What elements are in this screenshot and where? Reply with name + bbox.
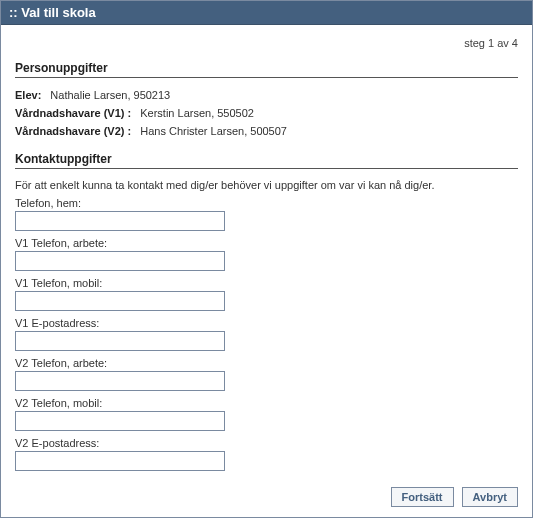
cancel-button[interactable]: Avbryt: [462, 487, 518, 507]
field-group-v1-tel-arbete: V1 Telefon, arbete:: [15, 237, 518, 271]
dialog-window: :: Val till skola steg 1 av 4 Personuppg…: [0, 0, 533, 518]
step-indicator: steg 1 av 4: [15, 33, 518, 55]
row-guardian-v2: Vårdnadshavare (V2) : Hans Christer Lars…: [15, 122, 518, 140]
continue-button[interactable]: Fortsätt: [391, 487, 454, 507]
input-v1-tel-mobil[interactable]: [15, 291, 225, 311]
label-v1-tel-arbete: V1 Telefon, arbete:: [15, 237, 518, 251]
value-elev: Nathalie Larsen, 950213: [50, 89, 170, 101]
label-v2-epost: V2 E-postadress:: [15, 437, 518, 451]
field-group-v2-tel-arbete: V2 Telefon, arbete:: [15, 357, 518, 391]
label-v1-tel-mobil: V1 Telefon, mobil:: [15, 277, 518, 291]
label-v1-epost: V1 E-postadress:: [15, 317, 518, 331]
input-tel-hem[interactable]: [15, 211, 225, 231]
field-group-v1-epost: V1 E-postadress:: [15, 317, 518, 351]
window-titlebar: :: Val till skola: [1, 1, 532, 25]
section-contact-title: Kontaktuppgifter: [15, 146, 518, 169]
input-v2-epost[interactable]: [15, 451, 225, 471]
input-v1-epost[interactable]: [15, 331, 225, 351]
content-area: steg 1 av 4 Personuppgifter Elev: Nathal…: [1, 25, 532, 517]
row-guardian-v1: Vårdnadshavare (V1) : Kerstin Larsen, 55…: [15, 104, 518, 122]
label-elev: Elev:: [15, 89, 41, 101]
input-v2-tel-arbete[interactable]: [15, 371, 225, 391]
row-elev: Elev: Nathalie Larsen, 950213: [15, 86, 518, 104]
input-v1-tel-arbete[interactable]: [15, 251, 225, 271]
window-title: :: Val till skola: [9, 5, 96, 20]
label-v2-tel-arbete: V2 Telefon, arbete:: [15, 357, 518, 371]
field-group-v2-epost: V2 E-postadress:: [15, 437, 518, 471]
label-v2-tel-mobil: V2 Telefon, mobil:: [15, 397, 518, 411]
field-group-v1-tel-mobil: V1 Telefon, mobil:: [15, 277, 518, 311]
input-v2-tel-mobil[interactable]: [15, 411, 225, 431]
button-row: Fortsätt Avbryt: [15, 477, 518, 507]
label-guardian-v2: Vårdnadshavare (V2) :: [15, 125, 131, 137]
value-guardian-v1: Kerstin Larsen, 550502: [140, 107, 254, 119]
contact-instruction: För att enkelt kunna ta kontakt med dig/…: [15, 177, 518, 197]
label-tel-hem: Telefon, hem:: [15, 197, 518, 211]
section-person-title: Personuppgifter: [15, 55, 518, 78]
field-group-tel-hem: Telefon, hem:: [15, 197, 518, 231]
field-group-v2-tel-mobil: V2 Telefon, mobil:: [15, 397, 518, 431]
value-guardian-v2: Hans Christer Larsen, 500507: [140, 125, 287, 137]
label-guardian-v1: Vårdnadshavare (V1) :: [15, 107, 131, 119]
